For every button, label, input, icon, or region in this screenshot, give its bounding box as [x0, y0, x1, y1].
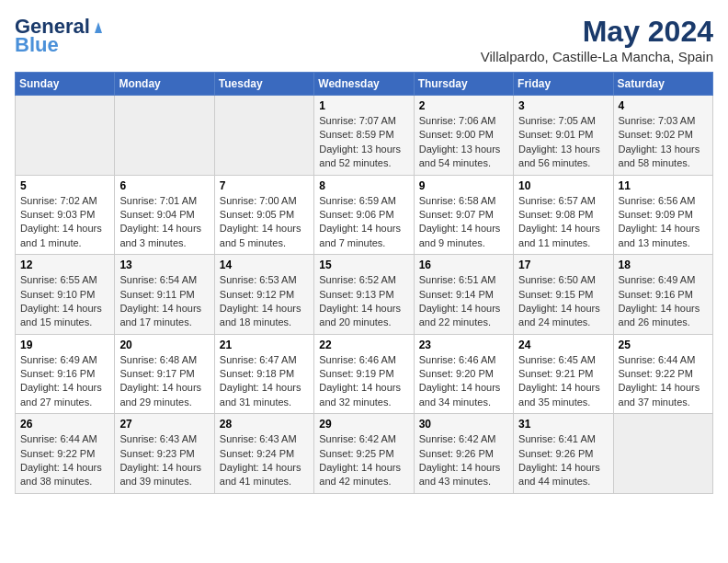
calendar-day-header: Friday: [514, 73, 613, 96]
calendar-cell: 7Sunrise: 7:00 AM Sunset: 9:05 PM Daylig…: [214, 175, 313, 255]
calendar-week-row: 5Sunrise: 7:02 AM Sunset: 9:03 PM Daylig…: [16, 175, 713, 255]
day-number: 16: [419, 259, 508, 271]
day-number: 3: [518, 99, 608, 112]
calendar-cell: 20Sunrise: 6:48 AM Sunset: 9:17 PM Dayli…: [115, 334, 214, 414]
day-number: 14: [220, 259, 309, 271]
day-number: 21: [220, 339, 309, 351]
page-header: General Blue May 2024 Villalpardo, Casti…: [15, 15, 713, 64]
day-number: 30: [419, 418, 508, 431]
calendar-cell: 22Sunrise: 6:46 AM Sunset: 9:19 PM Dayli…: [314, 334, 414, 414]
day-number: 24: [518, 339, 608, 351]
day-number: 17: [518, 259, 608, 271]
calendar-cell: 31Sunrise: 6:41 AM Sunset: 9:26 PM Dayli…: [514, 414, 613, 494]
calendar-cell: 8Sunrise: 6:59 AM Sunset: 9:06 PM Daylig…: [314, 175, 414, 255]
day-info: Sunrise: 6:42 AM Sunset: 9:26 PM Dayligh…: [419, 432, 508, 489]
day-number: 2: [419, 99, 508, 112]
calendar-cell: 16Sunrise: 6:51 AM Sunset: 9:14 PM Dayli…: [414, 255, 513, 335]
title-block: May 2024 Villalpardo, Castille-La Mancha…: [481, 15, 713, 64]
calendar-cell: 24Sunrise: 6:45 AM Sunset: 9:21 PM Dayli…: [514, 334, 613, 414]
day-info: Sunrise: 6:55 AM Sunset: 9:10 PM Dayligh…: [20, 273, 109, 330]
calendar-cell: 29Sunrise: 6:42 AM Sunset: 9:25 PM Dayli…: [314, 414, 414, 494]
day-info: Sunrise: 6:57 AM Sunset: 9:08 PM Dayligh…: [518, 194, 608, 251]
calendar-cell: 2Sunrise: 7:06 AM Sunset: 9:00 PM Daylig…: [414, 96, 513, 176]
calendar-cell: 11Sunrise: 6:56 AM Sunset: 9:09 PM Dayli…: [613, 175, 712, 255]
day-number: 13: [119, 259, 209, 271]
day-info: Sunrise: 6:49 AM Sunset: 9:16 PM Dayligh…: [20, 353, 109, 410]
day-info: Sunrise: 6:51 AM Sunset: 9:14 PM Dayligh…: [419, 273, 508, 330]
day-number: 4: [619, 99, 708, 112]
day-number: 9: [419, 179, 508, 192]
day-number: 23: [419, 339, 508, 351]
calendar-day-header: Sunday: [16, 73, 115, 96]
day-info: Sunrise: 6:59 AM Sunset: 9:06 PM Dayligh…: [319, 194, 408, 251]
calendar-cell: 3Sunrise: 7:05 AM Sunset: 9:01 PM Daylig…: [514, 96, 613, 176]
calendar-cell: 1Sunrise: 7:07 AM Sunset: 8:59 PM Daylig…: [314, 96, 414, 176]
calendar-table: SundayMondayTuesdayWednesdayThursdayFrid…: [15, 72, 713, 494]
calendar-cell: 4Sunrise: 7:03 AM Sunset: 9:02 PM Daylig…: [613, 96, 712, 176]
day-number: 11: [619, 179, 708, 192]
calendar-cell: 23Sunrise: 6:46 AM Sunset: 9:20 PM Dayli…: [414, 334, 513, 414]
day-number: 10: [518, 179, 608, 192]
calendar-cell: [613, 414, 712, 494]
day-info: Sunrise: 7:05 AM Sunset: 9:01 PM Dayligh…: [518, 114, 608, 171]
calendar-cell: 6Sunrise: 7:01 AM Sunset: 9:04 PM Daylig…: [115, 175, 214, 255]
calendar-cell: 5Sunrise: 7:02 AM Sunset: 9:03 PM Daylig…: [16, 175, 115, 255]
day-info: Sunrise: 7:01 AM Sunset: 9:04 PM Dayligh…: [119, 194, 209, 251]
day-info: Sunrise: 7:06 AM Sunset: 9:00 PM Dayligh…: [419, 114, 508, 171]
calendar-header-row: SundayMondayTuesdayWednesdayThursdayFrid…: [16, 73, 713, 96]
day-info: Sunrise: 6:48 AM Sunset: 9:17 PM Dayligh…: [119, 353, 209, 410]
day-info: Sunrise: 6:42 AM Sunset: 9:25 PM Dayligh…: [319, 432, 408, 489]
logo-triangle-icon: [90, 18, 107, 35]
day-number: 8: [319, 179, 408, 192]
day-number: 18: [619, 259, 708, 271]
day-info: Sunrise: 7:03 AM Sunset: 9:02 PM Dayligh…: [619, 114, 708, 171]
day-info: Sunrise: 6:52 AM Sunset: 9:13 PM Dayligh…: [319, 273, 408, 330]
day-info: Sunrise: 6:49 AM Sunset: 9:16 PM Dayligh…: [619, 273, 708, 330]
day-info: Sunrise: 6:53 AM Sunset: 9:12 PM Dayligh…: [220, 273, 309, 330]
day-number: 20: [119, 339, 209, 351]
calendar-cell: 25Sunrise: 6:44 AM Sunset: 9:22 PM Dayli…: [613, 334, 712, 414]
day-info: Sunrise: 6:44 AM Sunset: 9:22 PM Dayligh…: [20, 432, 109, 489]
calendar-week-row: 1Sunrise: 7:07 AM Sunset: 8:59 PM Daylig…: [16, 96, 713, 176]
calendar-cell: 28Sunrise: 6:43 AM Sunset: 9:24 PM Dayli…: [214, 414, 313, 494]
day-number: 5: [20, 179, 109, 192]
calendar-week-row: 12Sunrise: 6:55 AM Sunset: 9:10 PM Dayli…: [16, 255, 713, 335]
logo-blue: Blue: [15, 35, 59, 55]
calendar-cell: 10Sunrise: 6:57 AM Sunset: 9:08 PM Dayli…: [514, 175, 613, 255]
calendar-day-header: Wednesday: [314, 73, 414, 96]
day-number: 25: [619, 339, 708, 351]
calendar-day-header: Thursday: [414, 73, 513, 96]
day-info: Sunrise: 6:45 AM Sunset: 9:21 PM Dayligh…: [518, 353, 608, 410]
day-info: Sunrise: 6:44 AM Sunset: 9:22 PM Dayligh…: [619, 353, 708, 410]
day-number: 29: [319, 418, 408, 431]
day-number: 12: [20, 259, 109, 271]
day-number: 22: [319, 339, 408, 351]
calendar-cell: 13Sunrise: 6:54 AM Sunset: 9:11 PM Dayli…: [115, 255, 214, 335]
day-number: 7: [220, 179, 309, 192]
day-number: 1: [319, 99, 408, 112]
day-number: 31: [518, 418, 608, 431]
calendar-week-row: 26Sunrise: 6:44 AM Sunset: 9:22 PM Dayli…: [16, 414, 713, 494]
calendar-cell: [115, 96, 214, 176]
day-info: Sunrise: 6:46 AM Sunset: 9:19 PM Dayligh…: [319, 353, 408, 410]
day-info: Sunrise: 6:46 AM Sunset: 9:20 PM Dayligh…: [419, 353, 508, 410]
calendar-cell: [16, 96, 115, 176]
day-info: Sunrise: 6:43 AM Sunset: 9:24 PM Dayligh…: [220, 432, 309, 489]
day-number: 15: [319, 259, 408, 271]
calendar-cell: 18Sunrise: 6:49 AM Sunset: 9:16 PM Dayli…: [613, 255, 712, 335]
day-number: 19: [20, 339, 109, 351]
day-number: 26: [20, 418, 109, 431]
calendar-cell: 17Sunrise: 6:50 AM Sunset: 9:15 PM Dayli…: [514, 255, 613, 335]
calendar-cell: 15Sunrise: 6:52 AM Sunset: 9:13 PM Dayli…: [314, 255, 414, 335]
page-title: May 2024: [481, 15, 713, 49]
day-info: Sunrise: 6:58 AM Sunset: 9:07 PM Dayligh…: [419, 194, 508, 251]
page-subtitle: Villalpardo, Castille-La Mancha, Spain: [481, 49, 713, 64]
calendar-week-row: 19Sunrise: 6:49 AM Sunset: 9:16 PM Dayli…: [16, 334, 713, 414]
calendar-cell: 21Sunrise: 6:47 AM Sunset: 9:18 PM Dayli…: [214, 334, 313, 414]
calendar-cell: [214, 96, 313, 176]
svg-marker-0: [95, 22, 102, 33]
calendar-cell: 26Sunrise: 6:44 AM Sunset: 9:22 PM Dayli…: [16, 414, 115, 494]
calendar-cell: 12Sunrise: 6:55 AM Sunset: 9:10 PM Dayli…: [16, 255, 115, 335]
calendar-cell: 9Sunrise: 6:58 AM Sunset: 9:07 PM Daylig…: [414, 175, 513, 255]
calendar-cell: 14Sunrise: 6:53 AM Sunset: 9:12 PM Dayli…: [214, 255, 313, 335]
